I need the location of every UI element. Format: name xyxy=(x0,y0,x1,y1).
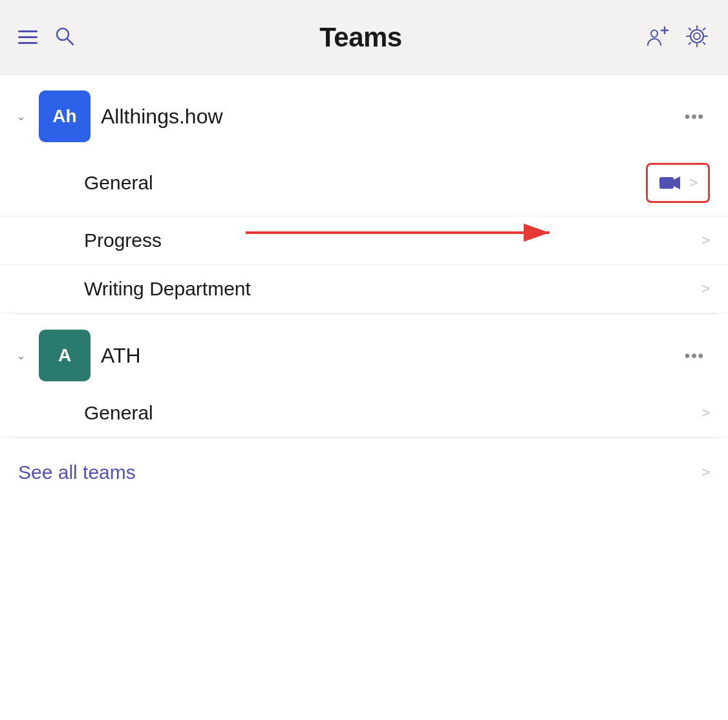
team-name-ath: ATH xyxy=(101,344,669,368)
divider-2 xyxy=(13,438,715,438)
collapse-icon[interactable]: ⌄ xyxy=(13,348,28,363)
team-avatar-ath: A xyxy=(39,330,91,381)
collapse-icon[interactable]: ⌄ xyxy=(13,109,28,124)
channel-actions: > xyxy=(701,405,710,421)
see-all-teams-label: See all teams xyxy=(18,461,701,483)
hamburger-menu-icon[interactable] xyxy=(18,30,37,44)
channel-list-ath: General > xyxy=(0,389,728,438)
channel-list-allthings: General > Progress xyxy=(0,150,728,313)
channel-actions: > xyxy=(701,281,710,297)
see-all-teams-button[interactable]: See all teams > xyxy=(0,443,728,502)
video-call-icon[interactable] xyxy=(658,171,681,195)
channel-item-general-allthings[interactable]: General > xyxy=(0,150,728,217)
team-avatar-allthings: Ah xyxy=(39,90,91,142)
team-name-allthings: Allthings.how xyxy=(101,105,669,129)
channel-name: Writing Department xyxy=(84,278,701,300)
chevron-right-icon: > xyxy=(701,281,710,297)
search-icon[interactable] xyxy=(53,25,76,50)
settings-icon[interactable] xyxy=(684,23,710,52)
app-header: Teams xyxy=(0,0,728,75)
team-header-allthings[interactable]: ⌄ Ah Allthings.how ••• xyxy=(0,75,728,150)
svg-point-6 xyxy=(691,30,703,43)
chevron-right-icon: > xyxy=(701,464,710,481)
channel-name: Progress xyxy=(84,229,701,251)
header-right xyxy=(645,23,710,52)
chevron-right-icon: > xyxy=(701,232,710,249)
svg-rect-7 xyxy=(659,177,674,189)
channel-item-progress[interactable]: Progress > xyxy=(0,217,728,265)
channel-name: General xyxy=(84,402,701,424)
chevron-right-icon: > xyxy=(701,405,710,421)
team-header-ath[interactable]: ⌄ A ATH ••• xyxy=(0,314,728,389)
header-left xyxy=(18,25,76,50)
channel-name: General xyxy=(84,172,646,194)
page-title: Teams xyxy=(319,22,401,53)
channel-actions: > xyxy=(701,232,710,249)
team-group-ath: ⌄ A ATH ••• General > xyxy=(0,314,728,438)
add-team-icon[interactable] xyxy=(645,23,671,52)
chevron-right-icon: > xyxy=(689,175,698,191)
svg-line-1 xyxy=(67,39,73,45)
channel-actions-highlighted: > xyxy=(646,163,710,203)
team-group-allthings: ⌄ Ah Allthings.how ••• General xyxy=(0,75,728,313)
channel-item-writing[interactable]: Writing Department > xyxy=(0,265,728,313)
svg-point-2 xyxy=(651,30,658,37)
svg-marker-8 xyxy=(674,176,680,189)
svg-point-5 xyxy=(694,33,700,39)
more-options-icon[interactable]: ••• xyxy=(680,105,710,128)
teams-list: ⌄ Ah Allthings.how ••• General xyxy=(0,75,728,720)
more-options-icon[interactable]: ••• xyxy=(680,344,710,367)
channel-item-general-ath[interactable]: General > xyxy=(0,389,728,438)
